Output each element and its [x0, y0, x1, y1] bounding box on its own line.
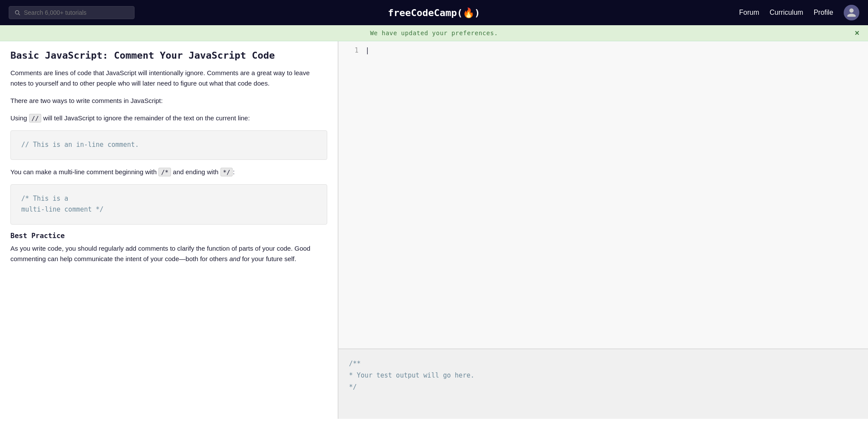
navbar: freeCodeCamp(🔥) Forum Curriculum Profile: [0, 0, 868, 25]
description-paragraph-4: You can make a multi-line comment beginn…: [10, 167, 327, 177]
search-bar[interactable]: [9, 6, 135, 19]
avatar[interactable]: [844, 5, 859, 20]
code-block-inline-comment: // This is an in-line comment.: [10, 130, 327, 160]
output-text: /** * Your test output will go here. */: [349, 358, 858, 393]
avatar-icon: [846, 7, 857, 18]
description-paragraph-2: There are two ways to write comments in …: [10, 96, 327, 106]
challenge-description-panel: Basic JavaScript: Comment Your JavaScrip…: [0, 41, 339, 419]
search-icon: [14, 10, 20, 16]
challenge-title: Basic JavaScript: Comment Your JavaScrip…: [10, 50, 327, 61]
inline-code-close-comment: */: [220, 168, 233, 176]
nav-link-curriculum[interactable]: Curriculum: [769, 9, 803, 17]
code-editor[interactable]: 1: [339, 41, 868, 349]
line-number-1: 1: [345, 46, 358, 54]
editor-cursor: [365, 46, 861, 54]
nav-link-forum[interactable]: Forum: [739, 9, 759, 17]
editor-line-1: 1: [339, 46, 868, 54]
best-practice-text: As you write code, you should regularly …: [10, 243, 327, 264]
best-practice-title: Best Practice: [10, 232, 327, 240]
inline-code-double-slash: //: [29, 114, 42, 123]
description-paragraph-3: Using // will tell JavaScript to ignore …: [10, 113, 327, 123]
svg-point-0: [15, 10, 19, 14]
description-paragraph-1: Comments are lines of code that JavaScri…: [10, 68, 327, 89]
nav-links: Forum Curriculum Profile: [739, 5, 859, 20]
svg-line-1: [19, 14, 20, 15]
test-output-area: /** * Your test output will go here. */: [339, 349, 868, 419]
main-layout: Basic JavaScript: Comment Your JavaScrip…: [0, 41, 868, 419]
notification-text: We have updated your preferences.: [370, 30, 498, 36]
search-input[interactable]: [24, 9, 129, 16]
notification-close-button[interactable]: ×: [855, 29, 859, 37]
site-logo: freeCodeCamp(🔥): [388, 7, 480, 18]
nav-link-profile[interactable]: Profile: [814, 9, 833, 17]
right-panel: 1 /** * Your test output will go here. *…: [339, 41, 868, 419]
notification-bar: We have updated your preferences. ×: [0, 25, 868, 41]
inline-code-open-comment: /*: [158, 168, 171, 176]
code-block-multiline-comment: /* This is a multi-line comment */: [10, 184, 327, 225]
